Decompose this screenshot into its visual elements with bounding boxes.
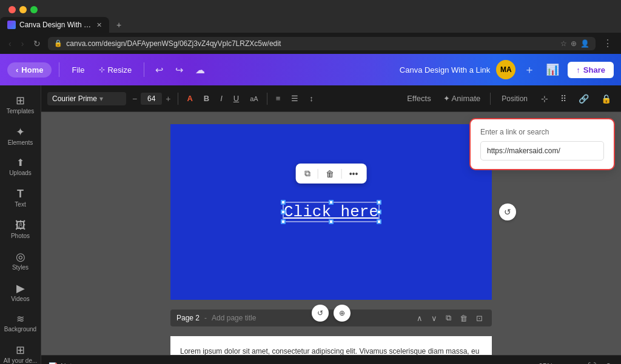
font-name: Courier Prime — [52, 94, 97, 103]
link-input[interactable] — [480, 141, 604, 160]
zoom-area: 35% ⊞ ⛶ ? — [539, 360, 614, 365]
styles-label: Styles — [12, 264, 29, 271]
minimize-window-btn[interactable] — [19, 6, 27, 13]
browser-tabs: Canva Design With a Link - B... ✕ + — [0, 17, 621, 33]
undo-button[interactable]: ↩ — [152, 62, 167, 78]
position-button[interactable]: Position — [497, 92, 532, 105]
sidebar-item-photos[interactable]: 🖼 Photos — [3, 215, 38, 244]
page-duplicate-btn[interactable]: ⧉ — [443, 312, 454, 324]
font-size-decrease-btn[interactable]: − — [130, 93, 139, 105]
font-size-increase-btn[interactable]: + — [163, 93, 173, 105]
resize-button[interactable]: ⊹ Resize — [94, 63, 136, 77]
page-delete-btn[interactable]: 🗑 — [457, 312, 471, 324]
close-window-btn[interactable] — [8, 6, 16, 13]
back-button[interactable]: ‹ — [6, 38, 14, 50]
handle-tm[interactable] — [329, 200, 334, 205]
elements-label: Elements — [8, 139, 33, 146]
handle-br[interactable] — [377, 219, 381, 224]
delete-element-btn[interactable]: 🗑 — [323, 168, 337, 180]
page-1-canvas[interactable]: ⧉ 🗑 ••• — [170, 124, 492, 300]
italic-button[interactable]: I — [217, 91, 226, 105]
pattern-button[interactable]: ⠿ — [557, 91, 570, 106]
bookmark-icon[interactable]: ☆ — [560, 39, 567, 48]
active-tab[interactable]: Canva Design With a Link - B... ✕ — [0, 17, 109, 33]
zoom-percentage[interactable]: 35% — [539, 362, 553, 365]
profile-icon[interactable]: 👤 — [580, 39, 589, 48]
copy-element-btn[interactable]: ⧉ — [302, 167, 313, 180]
page-2-canvas[interactable]: Lorem ipsum dolor sit amet, consectetur … — [170, 336, 492, 355]
maximize-window-btn[interactable] — [30, 6, 38, 13]
handle-ml[interactable] — [281, 210, 286, 214]
sidebar-item-uploads[interactable]: ⬆ Uploads — [3, 153, 38, 181]
sidebar-item-elements[interactable]: ✦ Elements — [3, 122, 38, 151]
handle-tl[interactable] — [281, 200, 286, 205]
help-btn[interactable]: ? — [603, 360, 614, 365]
uploads-icon: ⬆ — [16, 158, 24, 168]
design-title: Canva Design With a Link — [400, 65, 491, 74]
handle-bl[interactable] — [281, 219, 286, 224]
handle-bm[interactable] — [329, 219, 334, 224]
align-button[interactable]: ≡ — [272, 91, 284, 105]
videos-label: Videos — [11, 296, 29, 302]
page-down-btn[interactable]: ∨ — [428, 312, 440, 324]
file-menu-button[interactable]: File — [67, 63, 89, 77]
animate-button[interactable]: ✦ Animate — [440, 91, 485, 105]
sidebar-item-videos[interactable]: ▶ Videos — [3, 278, 38, 307]
new-tab-button[interactable]: + — [112, 18, 126, 32]
analytics-button[interactable]: 📊 — [543, 61, 562, 79]
sidebar-item-background[interactable]: ≋ Background — [3, 309, 38, 337]
browser-menu-btn[interactable]: ⋮ — [600, 36, 615, 50]
link-button[interactable]: 🔗 — [575, 91, 592, 106]
sidebar-item-templates[interactable]: ⊞ Templates — [3, 90, 38, 119]
sidebar-item-styles[interactable]: ◎ Styles — [3, 247, 38, 276]
page-add-title[interactable]: Add page title — [212, 314, 256, 322]
fmt-separator-3 — [490, 93, 491, 105]
styles-icon: ◎ — [16, 251, 25, 262]
rotate-handle[interactable]: ↺ — [499, 204, 516, 220]
redo-button[interactable]: ↪ — [172, 62, 187, 78]
add-collaborator-button[interactable]: ＋ — [522, 60, 537, 79]
address-box[interactable]: 🔒 canva.com/design/DAFAypenWSg/06Zj3vZ4q… — [48, 37, 596, 50]
handle-tr[interactable] — [377, 200, 381, 205]
reload-button[interactable]: ↻ — [31, 38, 43, 50]
home-button[interactable]: ‹ Home — [7, 62, 52, 78]
canva-app: ‹ Home File ⊹ Resize ↩ ↪ ☁ Canva Design … — [0, 54, 621, 364]
elements-icon: ✦ — [16, 127, 25, 137]
sidebar-item-text[interactable]: T Text — [3, 184, 38, 213]
underline-button[interactable]: U — [230, 91, 243, 105]
more-element-btn[interactable]: ••• — [347, 168, 361, 180]
all-icon: ⊞ — [16, 345, 25, 356]
crop-button[interactable]: ⊹ — [537, 91, 552, 106]
text-color-button[interactable]: A — [183, 91, 196, 105]
text-label: Text — [15, 201, 25, 208]
tab-close-btn[interactable]: ✕ — [96, 21, 102, 29]
page-expand-btn[interactable]: ⊡ — [473, 312, 486, 324]
font-selector[interactable]: Courier Prime ▾ — [47, 92, 126, 105]
fmt-separator-2 — [267, 93, 267, 105]
font-size-input[interactable] — [141, 93, 162, 105]
transform-rotate-btn[interactable]: ↺ — [312, 305, 329, 322]
canvas-text-element[interactable]: Click here — [284, 203, 378, 221]
bold-button[interactable]: B — [200, 91, 213, 105]
photos-icon: 🖼 — [15, 220, 26, 231]
transform-add-btn[interactable]: ⊕ — [334, 305, 351, 322]
share-button[interactable]: ↑ Share — [568, 62, 614, 78]
forward-button[interactable]: › — [19, 38, 27, 50]
spacing-button[interactable]: ↕ — [306, 91, 317, 105]
handle-mr[interactable] — [377, 210, 381, 214]
sidebar-item-all[interactable]: ⊞ All your de... — [3, 340, 38, 364]
home-label: Home — [21, 65, 43, 74]
notes-button[interactable]: 📝 Notes — [49, 362, 79, 365]
page-up-btn[interactable]: ∧ — [414, 312, 426, 324]
extension-icon[interactable]: ⊕ — [571, 39, 577, 48]
list-button[interactable]: ☰ — [287, 91, 302, 105]
user-avatar[interactable]: MA — [496, 60, 515, 79]
notes-icon: 📝 — [49, 362, 58, 365]
lock-button[interactable]: 🔒 — [597, 91, 615, 106]
all-label: All your de... — [4, 357, 38, 364]
fullscreen-btn[interactable]: ⛶ — [585, 360, 599, 365]
effects-button[interactable]: Effects — [403, 91, 435, 105]
text-case-button[interactable]: aA — [246, 93, 261, 105]
save-status-button[interactable]: ☁ — [192, 62, 209, 78]
grid-view-btn[interactable]: ⊞ — [568, 360, 581, 365]
